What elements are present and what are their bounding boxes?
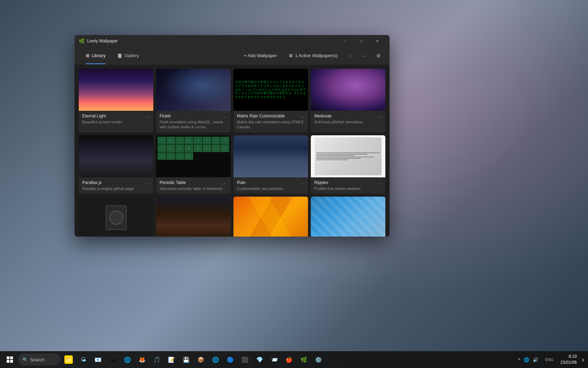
wallpaper-card-waves[interactable]: Waves Three.js wave simulation. ··· — [311, 197, 385, 237]
start-button[interactable] — [3, 353, 17, 367]
tab-gallery[interactable]: 📋 Gallery — [111, 47, 145, 64]
close-button[interactable]: ✕ — [369, 35, 385, 47]
taskbar-terminal-app[interactable]: ⬛ — [238, 353, 252, 367]
card-description: Beautiful sunset render. — [82, 120, 150, 124]
card-thumbnail-medusae — [311, 69, 385, 111]
wallpaper-card-periodic-table[interactable]: HHeLiBeBCNOFNeNaMgAlSiPSClArKCa Periodic… — [156, 135, 231, 194]
card-menu-button[interactable]: ··· — [375, 179, 383, 188]
card-title: Matrix Rain Customizable — [237, 114, 304, 118]
card-info-parallaxjs: Parallax.js Parallax.js engine github pa… — [79, 177, 153, 194]
library-tab-label: Library — [92, 53, 106, 58]
card-info-fluids: Fluids Fluid simulation using WebGL, rea… — [156, 111, 231, 132]
tray-arrow-icon[interactable]: ^ — [517, 357, 521, 362]
clock-time: 8:19 — [560, 354, 577, 360]
gallery-tab-label: Gallery — [125, 53, 139, 58]
minimize-button[interactable]: ─ — [337, 35, 353, 47]
taskbar-app9[interactable]: 💾 — [179, 353, 193, 367]
card-info-eternal-light: Eternal Light Beautiful sunset render. ·… — [79, 111, 153, 127]
card-info-matrix-rain: Matrix Rain Customizable Matrix like rai… — [233, 111, 308, 132]
tray-speaker-icon[interactable]: 🔊 — [532, 357, 539, 362]
windows-logo-icon — [7, 356, 13, 363]
card-menu-button[interactable]: ··· — [143, 179, 151, 188]
taskbar-app13[interactable]: 💎 — [253, 353, 267, 367]
gallery-icon: 📋 — [117, 53, 122, 58]
taskbar-app11[interactable]: 🌐 — [209, 353, 223, 367]
card-title: Periodic Table — [160, 180, 227, 185]
taskbar-lively-app[interactable]: 🌿 — [297, 353, 311, 367]
card-title: Medusae — [314, 114, 382, 118]
wallpaper-card-simple-system[interactable]: Simple System Lively hardware API showca… — [79, 197, 153, 237]
card-title: Rain — [237, 180, 304, 185]
taskbar-app6[interactable]: 🦊 — [135, 353, 149, 367]
wallpaper-card-triangles-light[interactable]: Triangles & Light Triangle pattern gener… — [233, 197, 308, 237]
search-icon: 🔍 — [22, 357, 28, 362]
heart-icon: ♡ — [348, 53, 353, 59]
wallpaper-card-eternal-light[interactable]: Eternal Light Beautiful sunset render. ·… — [79, 69, 153, 132]
svg-rect-3 — [10, 360, 13, 363]
card-thumbnail-parallaxjs — [79, 135, 153, 177]
wallpaper-card-matrix-rain[interactable]: ラ日ヲ本ア語カナ文字テス０１２３４５６７８９アイウエオカキクケコサシスセソタチツ… — [233, 69, 308, 132]
tab-library[interactable]: ⊞ Library — [80, 47, 111, 64]
active-icon: 🖥 — [288, 53, 293, 58]
taskbar-app10[interactable]: 📦 — [194, 353, 208, 367]
more-options-button[interactable]: ··· — [359, 50, 370, 61]
taskbar-chrome-app[interactable]: 🔵 — [223, 353, 237, 367]
tray-network-icon[interactable]: 🌐 — [523, 357, 530, 362]
wallpaper-card-fluids[interactable]: Fluids Fluid simulation using WebGL, rea… — [156, 69, 231, 132]
card-menu-button[interactable]: ··· — [143, 113, 151, 121]
nav-tabs: ⊞ Library 📋 Gallery — [80, 47, 145, 64]
card-thumbnail-waves — [311, 197, 385, 237]
wallpaper-card-medusae[interactable]: Medusae Soft body jellyfish simulation. … — [311, 69, 385, 132]
wallpaper-library-content[interactable]: Eternal Light Beautiful sunset render. ·… — [75, 64, 390, 237]
card-description: Interactive periodic table of elements. — [160, 186, 227, 191]
taskbar-edge-app[interactable]: 🌐 — [120, 353, 134, 367]
card-info-ripples: Ripples Puddle that shows weather. ··· — [311, 177, 385, 194]
wallpaper-card-parallaxjs[interactable]: Parallax.js Parallax.js engine github pa… — [79, 135, 153, 194]
header-actions: + Add Wallpaper 🖥 1 Active Wallpaper(s) … — [237, 50, 384, 61]
settings-button[interactable]: ⚙ — [373, 50, 384, 61]
add-wallpaper-button[interactable]: + Add Wallpaper — [237, 51, 281, 60]
card-menu-button[interactable]: ··· — [220, 113, 229, 121]
card-description: Puddle that shows weather. — [314, 186, 382, 191]
taskbar-app8[interactable]: 📝 — [164, 353, 178, 367]
wallpaper-card-the-hill[interactable]: The Hill Shader generated hill. ··· — [156, 197, 231, 237]
more-icon: ··· — [362, 53, 366, 59]
card-info-rain: Rain Customisable rain particles. ··· — [233, 177, 308, 194]
taskbar-outlook-app[interactable]: 📨 — [267, 353, 281, 367]
maximize-button[interactable]: □ — [353, 35, 369, 47]
taskbar-explorer-app[interactable]: 🗂 — [106, 353, 120, 367]
clock-date: 23/01/06 — [560, 360, 577, 366]
wallpaper-card-ripples[interactable]: Ripples Puddle that shows weather. ··· — [311, 135, 385, 194]
taskbar-settings-app[interactable]: ⚙️ — [312, 353, 326, 367]
taskbar-search[interactable]: 🔍 Search — [18, 354, 60, 366]
gear-icon: ⚙ — [376, 53, 381, 59]
system-tray: ^ 🌐 🔊 ENG 8:19 23/01/06 ▮ — [516, 354, 585, 366]
system-clock[interactable]: 8:19 23/01/06 — [558, 354, 580, 366]
library-icon: ⊞ — [86, 53, 90, 58]
svg-rect-2 — [7, 360, 9, 363]
search-label: Search — [30, 357, 44, 362]
heart-button[interactable]: ♡ — [345, 50, 356, 61]
titlebar: 🌿 Lively Wallpaper ─ □ ✕ — [75, 35, 390, 47]
show-desktop-button[interactable]: ▮ — [581, 354, 585, 365]
taskbar-app15[interactable]: 🍎 — [282, 353, 296, 367]
taskbar-widgets-app[interactable]: 🌤 — [76, 353, 90, 367]
wallpaper-grid: Eternal Light Beautiful sunset render. ·… — [79, 69, 385, 237]
active-label: 1 Active Wallpaper(s) — [295, 53, 338, 58]
card-title: Eternal Light — [82, 114, 150, 118]
card-description: Fluid simulation using WebGL, reacts wit… — [160, 120, 227, 130]
card-menu-button[interactable]: ··· — [298, 113, 306, 121]
taskbar-files-app[interactable]: 📁 — [62, 353, 76, 367]
card-description: Customisable rain particles. — [237, 186, 304, 191]
active-wallpapers-button[interactable]: 🖥 1 Active Wallpaper(s) — [284, 51, 342, 60]
card-menu-button[interactable]: ··· — [220, 179, 229, 188]
wallpaper-card-rain[interactable]: Rain Customisable rain particles. ··· — [233, 135, 308, 194]
card-menu-button[interactable]: ··· — [375, 113, 383, 121]
taskbar-mail-app[interactable]: 📧 — [91, 353, 105, 367]
card-thumbnail-triangles-light — [233, 197, 308, 237]
card-thumbnail-eternal-light — [79, 69, 153, 111]
tray-lang: ENG — [542, 357, 556, 362]
taskbar-app7[interactable]: 🎵 — [150, 353, 164, 367]
card-menu-button[interactable]: ··· — [298, 179, 306, 188]
app-icon: 🌿 — [79, 38, 84, 44]
